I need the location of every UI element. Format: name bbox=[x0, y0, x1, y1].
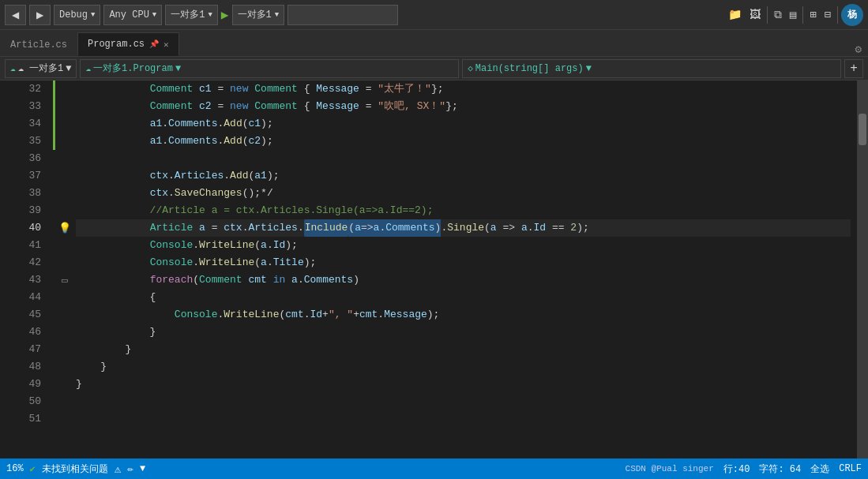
code-line-45: Console.WriteLine(cmt.Id+", "+cmt.Messag… bbox=[76, 306, 851, 324]
add-pane-button[interactable]: + bbox=[844, 59, 863, 78]
margin-37 bbox=[47, 167, 60, 185]
photo-icon[interactable]: 🖼 bbox=[746, 7, 764, 23]
status-right: CSDN @Pual singer 行:40 字符: 64 全选 CRLF bbox=[626, 462, 862, 476]
ind-36 bbox=[60, 150, 70, 167]
margin-47 bbox=[47, 341, 60, 358]
settings-icon[interactable]: ⚙ bbox=[855, 43, 862, 56]
forward-btn[interactable]: ▶ bbox=[29, 5, 51, 25]
editor-area: 32 33 34 35 36 37 38 39 40 41 42 43 44 4… bbox=[0, 80, 868, 458]
code-line-36 bbox=[76, 150, 851, 167]
vertical-scrollbar[interactable] bbox=[857, 80, 868, 458]
user-avatar[interactable]: 杨 bbox=[841, 4, 863, 26]
debug-dropdown[interactable]: Debug ▼ bbox=[54, 5, 100, 25]
ind-45 bbox=[60, 306, 70, 324]
debug-arrow-icon: ▼ bbox=[91, 11, 95, 19]
ind-32 bbox=[60, 80, 70, 98]
method-dropdown[interactable]: ◇ Main(string[] args) ▼ bbox=[462, 59, 841, 78]
ind-41 bbox=[60, 237, 70, 254]
class-label: 一对多1.Program bbox=[93, 62, 173, 75]
line-num-46: 46 bbox=[0, 324, 41, 341]
code-line-48: } bbox=[76, 358, 851, 376]
line-num-36: 36 bbox=[0, 150, 41, 167]
margin-48 bbox=[47, 358, 60, 376]
ind-44 bbox=[60, 289, 70, 306]
class-icon: ☁ bbox=[85, 63, 91, 73]
fold-43-icon[interactable]: ▭ bbox=[62, 274, 68, 286]
margin-33 bbox=[47, 98, 60, 115]
line-num-48: 48 bbox=[0, 358, 41, 376]
namespace-icon: ☁ bbox=[10, 63, 16, 73]
code-line-50 bbox=[76, 393, 851, 410]
margin-41 bbox=[47, 237, 60, 254]
ind-48 bbox=[60, 358, 70, 376]
status-message: 未找到相关问题 bbox=[42, 462, 108, 476]
debug-label: Debug bbox=[59, 9, 88, 21]
tab-close-icon[interactable]: ✕ bbox=[163, 39, 169, 50]
line-num-39: 39 bbox=[0, 202, 41, 219]
code-line-37: ctx.Articles.Add(a1); bbox=[76, 167, 851, 185]
margin-44 bbox=[47, 289, 60, 306]
line-ending-label: CRLF bbox=[839, 463, 862, 474]
cpu-dropdown[interactable]: Any CPU ▼ bbox=[103, 5, 162, 25]
line-num-50: 50 bbox=[0, 393, 41, 410]
tab-article[interactable]: Article.cs bbox=[0, 32, 77, 56]
code-line-34: a1.Comments.Add(c1); bbox=[76, 115, 851, 133]
status-arrow-icon: ▼ bbox=[140, 463, 145, 474]
folder-icon[interactable]: 📁 bbox=[725, 6, 745, 23]
line-num-51: 51 bbox=[0, 410, 41, 428]
separator2 bbox=[802, 6, 803, 24]
ind-40: 💡 bbox=[60, 219, 70, 237]
warning-icon: ⚠ bbox=[115, 462, 121, 476]
line-num-41: 41 bbox=[0, 237, 41, 254]
tab-program[interactable]: Program.cs 📌 ✕ bbox=[77, 32, 179, 56]
margin-34 bbox=[47, 115, 60, 133]
encoding-label: 全选 bbox=[810, 462, 829, 476]
code-line-43: foreach(Comment cmt in a.Comments) bbox=[76, 271, 851, 289]
zoom-level: 16% bbox=[6, 463, 24, 474]
code-line-51 bbox=[76, 410, 851, 428]
project-dropdown[interactable]: 一对多1 ▼ bbox=[165, 5, 218, 25]
ind-42 bbox=[60, 254, 70, 271]
margin-32 bbox=[47, 80, 60, 98]
ind-46 bbox=[60, 324, 70, 341]
ind-35 bbox=[60, 133, 70, 150]
scrollbar-thumb[interactable] bbox=[859, 114, 866, 145]
ind-50 bbox=[60, 393, 70, 410]
code-line-46: } bbox=[76, 324, 851, 341]
cpu-arrow-icon: ▼ bbox=[152, 11, 156, 19]
attribution-text: CSDN @Pual singer bbox=[626, 464, 714, 473]
margin-46 bbox=[47, 324, 60, 341]
namespace-arrow-icon: ▼ bbox=[66, 63, 71, 74]
back-btn[interactable]: ◀ bbox=[5, 5, 26, 25]
line-num-40: 40 bbox=[0, 219, 41, 237]
separator3 bbox=[837, 6, 838, 24]
stack-icon[interactable]: ▤ bbox=[787, 6, 799, 23]
secondary-bar: ☁ ☁ 一对多1 ▼ ☁ 一对多1.Program ▼ ◇ Main(strin… bbox=[0, 57, 868, 80]
run-project-dropdown[interactable]: 一对多1 ▼ bbox=[232, 5, 285, 25]
layout-icon[interactable]: ⊞ bbox=[806, 6, 819, 23]
ind-38 bbox=[60, 185, 70, 202]
line-num-49: 49 bbox=[0, 376, 41, 393]
namespace-label: ☁ 一对多1 bbox=[18, 62, 64, 75]
tabbar: Article.cs Program.cs 📌 ✕ ⚙ bbox=[0, 30, 868, 57]
tab-article-label: Article.cs bbox=[10, 39, 67, 51]
code-line-33: Comment c2 = new Comment { Message = "吹吧… bbox=[76, 98, 851, 115]
copy-icon[interactable]: ⧉ bbox=[771, 7, 785, 23]
code-line-49: } bbox=[76, 376, 851, 393]
line-numbers: 32 33 34 35 36 37 38 39 40 41 42 43 44 4… bbox=[0, 80, 47, 458]
tab-pin-icon[interactable]: 📌 bbox=[149, 39, 159, 49]
line-num-43: 43 bbox=[0, 271, 41, 289]
class-dropdown[interactable]: ☁ 一对多1.Program ▼ bbox=[80, 59, 459, 78]
namespace-dropdown[interactable]: ☁ ☁ 一对多1 ▼ bbox=[5, 59, 77, 78]
margin-38 bbox=[47, 185, 60, 202]
ind-34 bbox=[60, 115, 70, 133]
toolbar-icons: 📁 🖼 ⧉ ▤ ⊞ ⊟ 杨 bbox=[725, 4, 863, 26]
margin-36 bbox=[47, 150, 60, 167]
check-icon: ✔ bbox=[30, 463, 36, 475]
margin-51 bbox=[47, 410, 60, 428]
code-editor[interactable]: Comment c1 = new Comment { Message = "太牛… bbox=[70, 80, 857, 458]
method-icon: ◇ bbox=[468, 63, 473, 73]
search-input[interactable] bbox=[287, 5, 398, 25]
grid-icon[interactable]: ⊟ bbox=[821, 6, 834, 23]
run-button[interactable]: ▶ bbox=[221, 7, 229, 23]
